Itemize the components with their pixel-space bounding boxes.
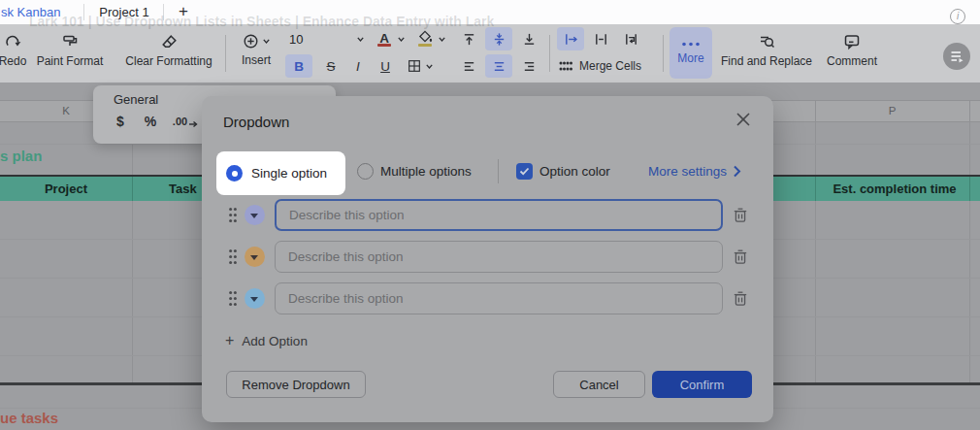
option-row: [202, 282, 773, 314]
fill-color-icon: [415, 29, 435, 49]
text-wrap-icon: [624, 32, 638, 47]
close-icon: [734, 110, 753, 129]
merge-cells-button[interactable]: Merge Cells: [557, 54, 641, 78]
tab-separator: [163, 4, 164, 20]
column-header-p[interactable]: P: [815, 101, 969, 121]
text-clip-button[interactable]: [588, 27, 613, 50]
align-right-icon: [522, 59, 537, 74]
comment-icon: [843, 33, 861, 50]
single-option-radio[interactable]: [226, 165, 243, 182]
bold-icon: B: [294, 59, 304, 74]
add-sheet-button[interactable]: +: [173, 0, 194, 24]
text-color-button[interactable]: A: [372, 27, 408, 50]
toolbar: Redo Paint Format Clear Formatting Inser…: [0, 24, 980, 83]
align-center-button[interactable]: [485, 54, 512, 78]
bold-button[interactable]: B: [285, 54, 312, 78]
fill-color-button[interactable]: [412, 27, 449, 50]
option-color-swatch[interactable]: [245, 247, 265, 267]
underline-button[interactable]: U: [373, 54, 398, 78]
text-clip-icon: [594, 32, 608, 47]
align-bottom-button[interactable]: [516, 27, 541, 50]
insert-button[interactable]: Insert: [231, 26, 281, 81]
dropdown-arrow-icon: [250, 214, 258, 218]
decimal-label: .00: [173, 116, 187, 127]
check-icon: [519, 167, 530, 176]
dropdown-arrow-icon: [250, 297, 258, 302]
option-input-1[interactable]: [275, 199, 723, 231]
option-color-swatch[interactable]: [245, 288, 265, 309]
app-window: sk Kanban Project 1 + Lark 101 | Use Dro…: [0, 0, 980, 430]
toolbar-divider: [663, 35, 664, 72]
option-row: [202, 199, 773, 231]
comment-label: Comment: [827, 54, 877, 68]
find-and-replace-button[interactable]: Find and Replace: [718, 26, 815, 81]
more-button[interactable]: More: [670, 27, 712, 79]
more-settings-link[interactable]: More settings: [648, 163, 741, 180]
clear-formatting-label: Clear Formatting: [125, 54, 212, 68]
delete-option-icon[interactable]: [732, 206, 749, 224]
chevron-right-icon: [733, 165, 741, 178]
paint-format-button[interactable]: Paint Format: [27, 26, 113, 81]
drag-handle-icon[interactable]: [228, 248, 238, 265]
borders-button[interactable]: [400, 54, 441, 78]
radio-dot: [232, 171, 238, 177]
option-color-swatch[interactable]: [245, 205, 265, 225]
insert-plus-icon: [243, 33, 271, 50]
redo-icon: [4, 33, 21, 50]
plus-icon: +: [225, 333, 234, 348]
option-input-3[interactable]: [275, 282, 723, 314]
grid-line: [969, 101, 970, 121]
option-input-2[interactable]: [275, 241, 723, 273]
comment-button[interactable]: Comment: [820, 26, 884, 81]
cancel-button[interactable]: Cancel: [553, 371, 645, 398]
overdue-tasks-title-cell[interactable]: ue tasks: [0, 410, 58, 426]
info-icon[interactable]: i: [950, 9, 965, 24]
align-top-button[interactable]: [456, 27, 481, 50]
align-left-button[interactable]: [456, 54, 481, 78]
italic-button[interactable]: I: [345, 54, 371, 78]
align-right-button[interactable]: [516, 54, 541, 78]
close-button[interactable]: [731, 107, 756, 132]
option-color-checkbox[interactable]: [516, 163, 533, 180]
tab-project-1[interactable]: Project 1: [92, 0, 156, 24]
delete-option-icon[interactable]: [732, 248, 749, 266]
grid-line: [132, 122, 133, 382]
percent-format-button[interactable]: %: [143, 112, 158, 131]
align-middle-button[interactable]: [485, 27, 512, 50]
vertical-divider: [498, 159, 499, 183]
collapse-toolbar-button[interactable]: [943, 43, 970, 70]
header-cell-task[interactable]: Task: [169, 177, 197, 201]
align-center-icon: [492, 59, 506, 74]
text-overflow-button[interactable]: [557, 27, 584, 50]
remove-dropdown-button[interactable]: Remove Dropdown: [226, 371, 366, 398]
drag-handle-icon[interactable]: [228, 207, 238, 223]
multiple-options-radio[interactable]: [357, 163, 374, 180]
align-middle-icon: [492, 32, 506, 47]
strikethrough-icon: S: [326, 59, 335, 74]
tab-task-kanban[interactable]: sk Kanban: [1, 0, 60, 24]
single-option-label[interactable]: Single option: [251, 165, 327, 182]
align-bottom-icon: [522, 32, 537, 47]
multiple-options-label[interactable]: Multiple options: [380, 163, 472, 180]
option-color-label[interactable]: Option color: [539, 163, 610, 180]
decimal-format-button[interactable]: .00: [171, 112, 200, 131]
confirm-button[interactable]: Confirm: [652, 371, 752, 398]
drag-handle-icon[interactable]: [228, 290, 238, 307]
underline-icon: U: [380, 59, 390, 74]
header-cell-project[interactable]: Project: [0, 177, 132, 201]
table-title-cell[interactable]: s plan: [0, 148, 42, 164]
header-cell-est-completion-time[interactable]: Est. completion time: [820, 177, 969, 201]
more-settings-label: More settings: [648, 163, 727, 180]
add-option-button[interactable]: + Add Option: [225, 333, 308, 348]
strikethrough-button[interactable]: S: [318, 54, 343, 78]
font-size-select[interactable]: 10: [285, 27, 369, 50]
currency-format-button[interactable]: $: [113, 112, 128, 131]
dropdown-dialog: Dropdown Multiple options Option color M…: [202, 96, 773, 422]
text-wrap-button[interactable]: [617, 27, 644, 50]
paint-format-label: Paint Format: [37, 54, 104, 68]
delete-option-icon[interactable]: [732, 289, 749, 308]
borders-icon: [407, 58, 422, 74]
clear-formatting-button[interactable]: Clear Formatting: [120, 26, 217, 81]
grid-line: [969, 177, 970, 201]
add-option-label: Add Option: [242, 334, 308, 348]
